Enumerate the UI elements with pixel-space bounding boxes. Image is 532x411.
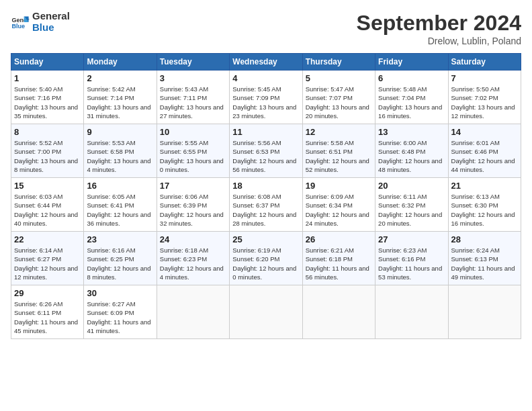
cell-content: Sunrise: 5:56 AMSunset: 6:53 PMDaylight:… xyxy=(232,138,299,174)
table-row: 3Sunrise: 5:43 AMSunset: 7:11 PMDaylight… xyxy=(157,71,229,124)
day-number: 19 xyxy=(306,181,372,191)
day-number: 20 xyxy=(378,181,445,191)
day-number: 28 xyxy=(451,234,518,244)
cell-content: Sunrise: 5:53 AMSunset: 6:58 PMDaylight:… xyxy=(87,138,153,174)
table-row: 16Sunrise: 6:05 AMSunset: 6:41 PMDayligh… xyxy=(84,178,157,232)
weekday-header-row: Sunday Monday Tuesday Wednesday Thursday… xyxy=(11,54,521,71)
page-container: General Blue General Blue September 2024… xyxy=(0,0,532,345)
header-sunday: Sunday xyxy=(11,54,84,71)
day-number: 3 xyxy=(160,73,226,83)
table-row: 1Sunrise: 5:40 AMSunset: 7:16 PMDaylight… xyxy=(11,71,84,124)
day-number: 4 xyxy=(232,73,299,83)
table-row xyxy=(230,285,302,339)
table-row xyxy=(375,285,448,339)
cell-content: Sunrise: 6:09 AMSunset: 6:34 PMDaylight:… xyxy=(306,192,372,228)
logo: General Blue General Blue xyxy=(11,11,70,33)
table-row: 17Sunrise: 6:06 AMSunset: 6:39 PMDayligh… xyxy=(157,178,229,232)
table-row: 28Sunrise: 6:24 AMSunset: 6:13 PMDayligh… xyxy=(448,232,521,285)
table-row: 14Sunrise: 6:01 AMSunset: 6:46 PMDayligh… xyxy=(448,124,521,178)
table-row: 29Sunrise: 6:26 AMSunset: 6:11 PMDayligh… xyxy=(11,285,84,339)
header-friday: Friday xyxy=(375,54,448,71)
cell-content: Sunrise: 6:19 AMSunset: 6:20 PMDaylight:… xyxy=(232,246,299,281)
table-row: 19Sunrise: 6:09 AMSunset: 6:34 PMDayligh… xyxy=(302,178,375,232)
cell-content: Sunrise: 5:48 AMSunset: 7:04 PMDaylight:… xyxy=(378,85,445,120)
table-row: 30Sunrise: 6:27 AMSunset: 6:09 PMDayligh… xyxy=(84,285,157,339)
table-row: 6Sunrise: 5:48 AMSunset: 7:04 PMDaylight… xyxy=(375,71,448,124)
cell-content: Sunrise: 6:26 AMSunset: 6:11 PMDaylight:… xyxy=(14,300,81,335)
table-row: 5Sunrise: 5:47 AMSunset: 7:07 PMDaylight… xyxy=(302,71,375,124)
svg-text:Blue: Blue xyxy=(11,23,25,30)
cell-content: Sunrise: 6:16 AMSunset: 6:25 PMDaylight:… xyxy=(87,246,153,281)
table-row: 11Sunrise: 5:56 AMSunset: 6:53 PMDayligh… xyxy=(230,124,302,178)
cell-content: Sunrise: 5:58 AMSunset: 6:51 PMDaylight:… xyxy=(306,138,372,174)
day-number: 8 xyxy=(14,127,81,137)
cell-content: Sunrise: 6:13 AMSunset: 6:30 PMDaylight:… xyxy=(451,192,518,228)
table-row: 4Sunrise: 5:45 AMSunset: 7:09 PMDaylight… xyxy=(230,71,302,124)
day-number: 12 xyxy=(306,127,372,137)
day-number: 5 xyxy=(306,73,372,83)
table-row: 9Sunrise: 5:53 AMSunset: 6:58 PMDaylight… xyxy=(84,124,157,178)
table-row: 7Sunrise: 5:50 AMSunset: 7:02 PMDaylight… xyxy=(448,71,521,124)
table-row: 10Sunrise: 5:55 AMSunset: 6:55 PMDayligh… xyxy=(157,124,229,178)
cell-content: Sunrise: 5:45 AMSunset: 7:09 PMDaylight:… xyxy=(232,85,299,120)
day-number: 21 xyxy=(451,181,518,191)
cell-content: Sunrise: 5:47 AMSunset: 7:07 PMDaylight:… xyxy=(306,85,372,120)
cell-content: Sunrise: 5:55 AMSunset: 6:55 PMDaylight:… xyxy=(160,138,226,174)
cell-content: Sunrise: 5:43 AMSunset: 7:11 PMDaylight:… xyxy=(160,85,226,120)
table-row xyxy=(302,285,375,339)
cell-content: Sunrise: 6:21 AMSunset: 6:18 PMDaylight:… xyxy=(306,246,372,281)
day-number: 13 xyxy=(378,127,445,137)
calendar-table: Sunday Monday Tuesday Wednesday Thursday… xyxy=(11,53,521,339)
day-number: 22 xyxy=(14,234,81,244)
cell-content: Sunrise: 6:23 AMSunset: 6:16 PMDaylight:… xyxy=(378,246,445,281)
calendar-week-row: 15Sunrise: 6:03 AMSunset: 6:44 PMDayligh… xyxy=(11,178,521,232)
cell-content: Sunrise: 5:42 AMSunset: 7:14 PMDaylight:… xyxy=(87,85,153,120)
day-number: 27 xyxy=(378,234,445,244)
header-thursday: Thursday xyxy=(302,54,375,71)
table-row: 27Sunrise: 6:23 AMSunset: 6:16 PMDayligh… xyxy=(375,232,448,285)
cell-content: Sunrise: 6:14 AMSunset: 6:27 PMDaylight:… xyxy=(14,246,81,281)
header-tuesday: Tuesday xyxy=(157,54,229,71)
day-number: 6 xyxy=(378,73,445,83)
cell-content: Sunrise: 6:05 AMSunset: 6:41 PMDaylight:… xyxy=(87,192,153,228)
table-row xyxy=(157,285,229,339)
header-monday: Monday xyxy=(84,54,157,71)
table-row: 24Sunrise: 6:18 AMSunset: 6:23 PMDayligh… xyxy=(157,232,229,285)
cell-content: Sunrise: 6:06 AMSunset: 6:39 PMDaylight:… xyxy=(160,192,226,228)
table-row: 15Sunrise: 6:03 AMSunset: 6:44 PMDayligh… xyxy=(11,178,84,232)
table-row: 23Sunrise: 6:16 AMSunset: 6:25 PMDayligh… xyxy=(84,232,157,285)
day-number: 16 xyxy=(87,181,153,191)
cell-content: Sunrise: 6:01 AMSunset: 6:46 PMDaylight:… xyxy=(451,138,518,174)
day-number: 29 xyxy=(14,288,81,298)
table-row xyxy=(448,285,521,339)
day-number: 9 xyxy=(87,127,153,137)
cell-content: Sunrise: 5:50 AMSunset: 7:02 PMDaylight:… xyxy=(451,85,518,120)
day-number: 14 xyxy=(451,127,518,137)
table-row: 18Sunrise: 6:08 AMSunset: 6:37 PMDayligh… xyxy=(230,178,302,232)
day-number: 10 xyxy=(160,127,226,137)
calendar-week-row: 22Sunrise: 6:14 AMSunset: 6:27 PMDayligh… xyxy=(11,232,521,285)
logo-icon: General Blue xyxy=(11,13,30,32)
table-row: 25Sunrise: 6:19 AMSunset: 6:20 PMDayligh… xyxy=(230,232,302,285)
cell-content: Sunrise: 6:00 AMSunset: 6:48 PMDaylight:… xyxy=(378,138,445,174)
cell-content: Sunrise: 6:03 AMSunset: 6:44 PMDaylight:… xyxy=(14,192,81,228)
day-number: 25 xyxy=(232,234,299,244)
header-saturday: Saturday xyxy=(448,54,521,71)
cell-content: Sunrise: 6:24 AMSunset: 6:13 PMDaylight:… xyxy=(451,246,518,281)
table-row: 22Sunrise: 6:14 AMSunset: 6:27 PMDayligh… xyxy=(11,232,84,285)
day-number: 1 xyxy=(14,73,81,83)
day-number: 15 xyxy=(14,181,81,191)
calendar-week-row: 29Sunrise: 6:26 AMSunset: 6:11 PMDayligh… xyxy=(11,285,521,339)
calendar-week-row: 1Sunrise: 5:40 AMSunset: 7:16 PMDaylight… xyxy=(11,71,521,124)
day-number: 2 xyxy=(87,73,153,83)
title-block: September 2024 Drelow, Lublin, Poland xyxy=(357,11,521,46)
table-row: 21Sunrise: 6:13 AMSunset: 6:30 PMDayligh… xyxy=(448,178,521,232)
cell-content: Sunrise: 6:27 AMSunset: 6:09 PMDaylight:… xyxy=(87,300,153,335)
cell-content: Sunrise: 6:11 AMSunset: 6:32 PMDaylight:… xyxy=(378,192,445,228)
cell-content: Sunrise: 5:52 AMSunset: 7:00 PMDaylight:… xyxy=(14,138,81,174)
table-row: 13Sunrise: 6:00 AMSunset: 6:48 PMDayligh… xyxy=(375,124,448,178)
day-number: 24 xyxy=(160,234,226,244)
day-number: 30 xyxy=(87,288,153,298)
day-number: 11 xyxy=(232,127,299,137)
cell-content: Sunrise: 6:18 AMSunset: 6:23 PMDaylight:… xyxy=(160,246,226,281)
